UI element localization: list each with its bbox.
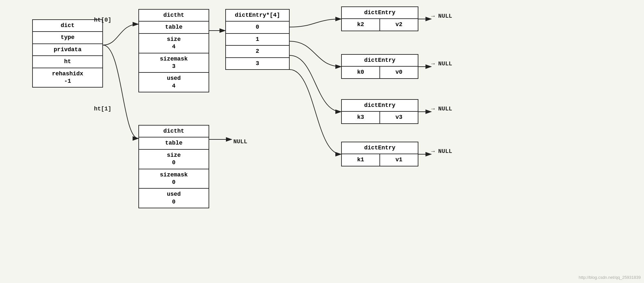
array-header: dictEntry*[4] [226,10,289,22]
watermark: http://blog.csdn.net/qq_25931839 [579,275,641,280]
entry-k2v2-header: dictEntry [342,7,418,19]
dictht1-box: dictht table size0 sizemask0 used0 [138,125,209,208]
dict-cell-dict: dict [33,20,102,32]
dict-box: dict type privdata ht rehashidx-1 [32,19,103,88]
entry-k0v0-key: k0 [342,67,380,78]
entry-k1v1-key: k1 [342,154,380,165]
array-cell-1: 1 [226,34,289,46]
entry-k3v3-header: dictEntry [342,100,418,112]
entry-k0v0-val: v0 [380,67,418,78]
dictht1-size: size0 [139,150,209,169]
entry-k3v3-box: dictEntry k3 v3 [341,99,418,124]
entry-k2v2-val: v2 [380,19,418,30]
null-k3v3-label: → NULL [431,106,452,112]
entry-k1v1-box: dictEntry k1 v1 [341,142,418,166]
dictht0-table: table [139,22,209,33]
ht1-label: ht[1] [94,106,111,112]
dictht0-used: used4 [139,73,209,92]
null-k0v0-label: → NULL [431,61,452,67]
dict-entry-array-box: dictEntry*[4] 0 1 2 3 [225,9,290,70]
array-cell-0: 0 [226,22,289,33]
ht0-label: ht[0] [94,17,111,23]
array-cell-3: 3 [226,58,289,69]
entry-k0v0-header: dictEntry [342,55,418,67]
entry-k2v2-box: dictEntry k2 v2 [341,6,418,31]
dictht0-sizemask: sizemask3 [139,53,209,73]
null-k1v1-label: → NULL [431,148,452,155]
dict-cell-privdata: privdata [33,44,102,56]
entry-k1v1-header: dictEntry [342,142,418,154]
dictht1-used: used0 [139,189,209,208]
dictht1-table: table [139,137,209,149]
diagram: dict type privdata ht rehashidx-1 ht[0] … [0,0,644,283]
dict-cell-type: type [33,32,102,44]
entry-k1v1-val: v1 [380,154,418,165]
dictht0-size: size4 [139,34,209,53]
dict-cell-rehashidx: rehashidx-1 [33,68,102,87]
dictht0-box: dictht table size4 sizemask3 used4 [138,9,209,92]
entry-k2v2-key: k2 [342,19,380,30]
array-cell-2: 2 [226,46,289,58]
dictht1-sizemask: sizemask0 [139,169,209,189]
entry-k0v0-box: dictEntry k0 v0 [341,54,418,79]
dict-cell-ht: ht [33,56,102,68]
null-k2v2-label: → NULL [431,13,452,19]
dictht1-header: dictht [139,126,209,137]
entry-k3v3-val: v3 [380,112,418,123]
dictht0-header: dictht [139,10,209,22]
null-ht1-label: NULL [233,138,247,145]
entry-k3v3-key: k3 [342,112,380,123]
